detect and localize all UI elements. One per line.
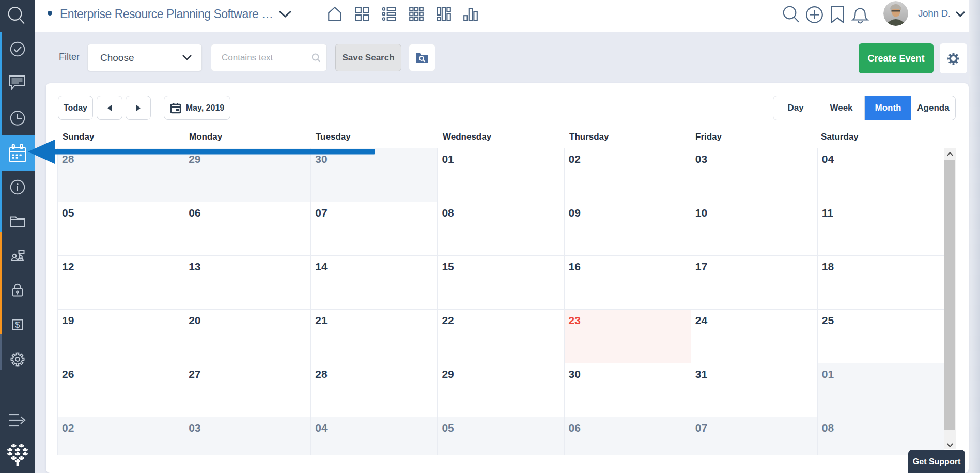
svg-text:$: $ [15, 320, 20, 330]
